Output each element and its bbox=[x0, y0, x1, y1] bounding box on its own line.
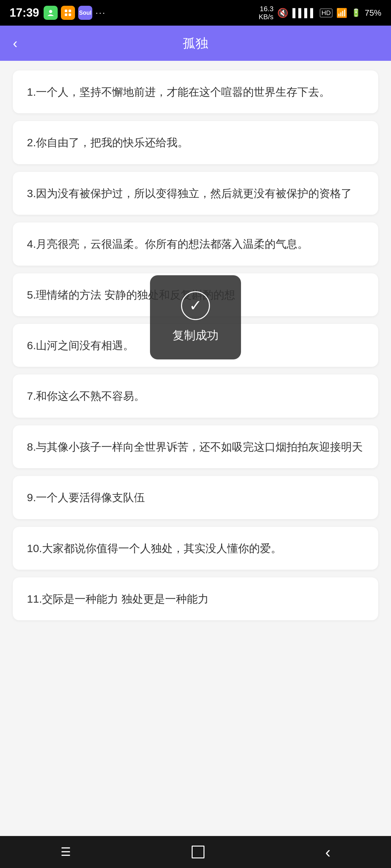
soul-label: soul bbox=[79, 9, 92, 16]
page-header: ‹ 孤独 bbox=[0, 26, 391, 61]
card-text: 7.和你这么不熟不容易。 bbox=[27, 387, 364, 405]
signal-icon: ▌▌▌▌ bbox=[292, 8, 316, 18]
svg-point-0 bbox=[49, 10, 52, 13]
status-bar: 17:39 soul ··· 16.3 KB bbox=[0, 0, 391, 26]
hd-icon: HD bbox=[320, 9, 332, 17]
card-text: 5.理情绪的方法 安静的独处和反复斟酌的想 bbox=[27, 286, 364, 303]
menu-button[interactable]: ☰ bbox=[48, 842, 84, 862]
card-text: 11.交际是一种能力 独处更是一种能力 bbox=[27, 590, 364, 608]
wifi-icon: 📶 bbox=[336, 8, 347, 18]
page-title: 孤独 bbox=[183, 35, 208, 52]
battery-icon: 🔋 bbox=[351, 8, 361, 17]
network-speed: 16.3 KB/s bbox=[259, 5, 273, 21]
card-text: 2.你自由了，把我的快乐还给我。 bbox=[27, 134, 364, 151]
list-item[interactable]: 6.山河之间没有相遇。 bbox=[13, 324, 378, 367]
back-nav-button[interactable]: ‹ bbox=[312, 839, 343, 865]
status-right: 16.3 KB/s 🔇 ▌▌▌▌ HD 📶 🔋 75% bbox=[259, 5, 381, 21]
list-item[interactable]: 10.大家都说你值得一个人独处，其实没人懂你的爱。 bbox=[13, 527, 378, 570]
card-text: 4.月亮很亮，云很温柔。你所有的想法都落入温柔的气息。 bbox=[27, 235, 364, 252]
card-text: 8.与其像小孩子一样向全世界诉苦，还不如吸完这口烟拍拍灰迎接明天 bbox=[27, 438, 364, 456]
card-text: 9.一个人要活得像支队伍 bbox=[27, 489, 364, 506]
app-icon-soul: soul bbox=[78, 6, 92, 20]
card-text: 3.因为没有被保护过，所以变得独立，然后就更没有被保护的资格了 bbox=[27, 185, 364, 202]
app-icon-orange bbox=[61, 6, 75, 20]
list-item[interactable]: 5.理情绪的方法 安静的独处和反复斟酌的想 bbox=[13, 273, 378, 316]
status-left: 17:39 soul ··· bbox=[9, 6, 106, 20]
list-item[interactable]: 7.和你这么不熟不容易。 bbox=[13, 374, 378, 417]
list-item[interactable]: 11.交际是一种能力 独处更是一种能力 bbox=[13, 578, 378, 620]
home-button[interactable] bbox=[179, 842, 217, 862]
svg-rect-2 bbox=[68, 9, 71, 12]
bottom-navigation: ☰ ‹ bbox=[0, 836, 391, 868]
app-icon-green bbox=[44, 6, 58, 20]
square-icon bbox=[192, 846, 204, 859]
list-item[interactable]: 3.因为没有被保护过，所以变得独立，然后就更没有被保护的资格了 bbox=[13, 172, 378, 215]
status-time: 17:39 bbox=[9, 6, 39, 20]
list-item[interactable]: 9.一个人要活得像支队伍 bbox=[13, 476, 378, 519]
svg-rect-4 bbox=[68, 13, 71, 16]
list-item[interactable]: 8.与其像小孩子一样向全世界诉苦，还不如吸完这口烟拍拍灰迎接明天 bbox=[13, 425, 378, 468]
card-text: 10.大家都说你值得一个人独处，其实没人懂你的爱。 bbox=[27, 539, 364, 557]
status-app-icons: soul ··· bbox=[44, 6, 106, 20]
svg-rect-1 bbox=[65, 9, 67, 12]
list-item[interactable]: 4.月亮很亮，云很温柔。你所有的想法都落入温柔的气息。 bbox=[13, 222, 378, 265]
more-icon: ··· bbox=[95, 8, 106, 18]
back-button[interactable]: ‹ bbox=[13, 36, 18, 50]
card-text: 1.一个人，坚持不懈地前进，才能在这个喧嚣的世界生存下去。 bbox=[27, 83, 364, 100]
card-text: 6.山河之间没有相遇。 bbox=[27, 337, 364, 354]
list-item[interactable]: 1.一个人，坚持不懈地前进，才能在这个喧嚣的世界生存下去。 bbox=[13, 70, 378, 113]
content-area: 1.一个人，坚持不懈地前进，才能在这个喧嚣的世界生存下去。2.你自由了，把我的快… bbox=[0, 61, 391, 630]
mute-icon: 🔇 bbox=[277, 8, 288, 18]
svg-rect-3 bbox=[65, 13, 67, 16]
battery-pct: 75% bbox=[365, 8, 381, 18]
list-item[interactable]: 2.你自由了，把我的快乐还给我。 bbox=[13, 121, 378, 164]
